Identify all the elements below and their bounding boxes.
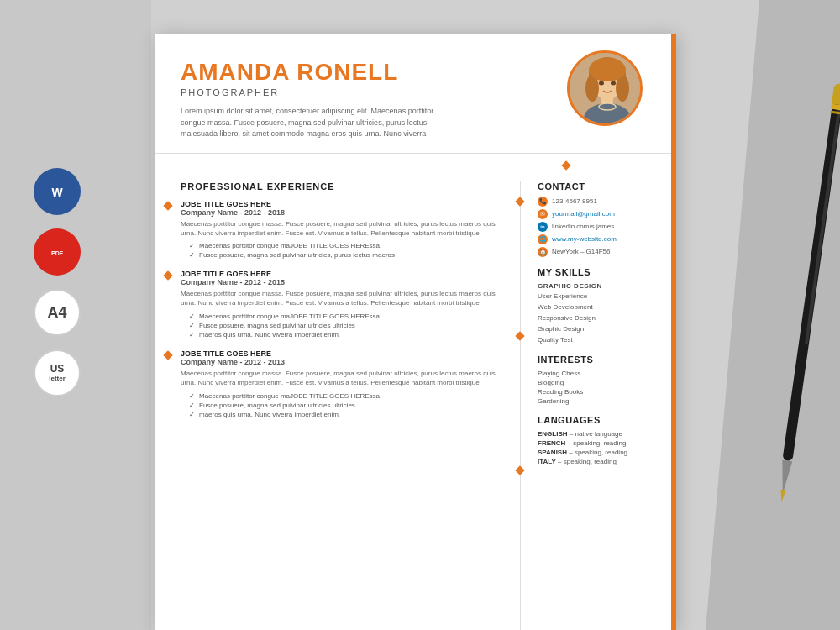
skill-1: User Experience xyxy=(538,291,659,301)
job-entry-3: JOBE TITLE GOES HERE Company Name - 2012… xyxy=(181,349,503,419)
lang-level-4-text: speaking, reading xyxy=(564,458,617,465)
job-bullets-1: Maecenas porttitor congue maJOBE TITLE G… xyxy=(181,241,503,260)
bullet-3-2: Fusce posuere, magna sed pulvinar ultric… xyxy=(189,401,503,410)
job-desc-3: Maecenas porttitor congue massa. Fusce p… xyxy=(181,369,503,387)
job-company-3: Company Name - 2012 - 2013 xyxy=(181,358,503,366)
lang-level-1-text: native language xyxy=(575,430,622,438)
contact-linkedin: in linkedin.com/s.james xyxy=(538,222,659,232)
interests-section: INTERESTS Playing Chess Blogging Reading… xyxy=(538,354,659,405)
contact-section-title: CONTACT xyxy=(538,181,659,192)
linkedin-icon: in xyxy=(538,222,548,232)
lang-name-4: ITALY xyxy=(538,458,556,465)
languages-section-title: LANGUAGES xyxy=(538,415,659,425)
svg-point-17 xyxy=(589,58,626,81)
skill-4: Graphic Design xyxy=(538,324,659,333)
email-text: yourmail@gmail.com xyxy=(552,210,615,218)
skill-3: Responsive Design xyxy=(538,313,659,323)
languages-section: LANGUAGES ENGLISH – native language FREN… xyxy=(538,415,659,465)
resume-body: PROFESSIONAL EXPERIENCE JOBE TITLE GOES … xyxy=(155,169,676,631)
phone-text: 123-4567 8951 xyxy=(552,197,597,205)
skills-section-title: MY SKILLS xyxy=(538,267,659,277)
job-bullets-2: Maecenas porttitor congue maJOBE TITLE G… xyxy=(181,312,503,340)
job-desc-1: Maecenas porttitor congue massa. Fusce p… xyxy=(181,219,503,238)
svg-rect-7 xyxy=(832,87,840,106)
interest-3: Reading Books xyxy=(538,388,659,396)
a4-icon[interactable]: A4 xyxy=(34,289,81,336)
job-company-1: Company Name - 2012 - 2018 xyxy=(181,208,503,217)
divider-dot xyxy=(561,160,570,170)
location-text: NewYork – G14F56 xyxy=(552,248,611,255)
column-divider xyxy=(520,181,521,631)
pdf-icon[interactable]: PDF xyxy=(34,228,81,276)
job-bullets-3: Maecenas porttitor congue maJOBE TITLE G… xyxy=(181,391,503,420)
col-divider-dot-3 xyxy=(515,465,524,475)
bullet-1-2: Fusce posuere, magna sed pulvinar ultric… xyxy=(189,250,503,260)
bullet-3-1: Maecenas porttitor congue maJOBE TITLE G… xyxy=(189,391,503,401)
top-skill: GRAPHIC DESIGN xyxy=(538,282,659,290)
bullet-2-3: maeros quis urna. Nunc viverra imperdiet… xyxy=(189,330,503,339)
lang-level-3: – xyxy=(569,449,575,456)
resume-paper: AMANDA RONELL PHOTOGRAPHER Lorem ipsum d… xyxy=(155,34,676,630)
lang-level-3-text: speaking, reading xyxy=(575,449,627,456)
bullet-1-1: Maecenas porttitor congue maJOBE TITLE G… xyxy=(189,241,503,250)
job-desc-2: Maecenas porttitor congue massa. Fusce p… xyxy=(181,289,503,307)
lang-4: ITALY – speaking, reading xyxy=(538,458,659,465)
lang-level-4: – xyxy=(558,458,564,465)
word-icon[interactable]: W xyxy=(34,168,81,215)
lang-1: ENGLISH – native language xyxy=(538,430,659,438)
experience-section-title: PROFESSIONAL EXPERIENCE xyxy=(181,181,503,192)
candidate-bio: Lorem ipsum dolor sit amet, consectetuer… xyxy=(181,106,449,140)
bullet-2-2: Fusce posuere, magna sed pulvinar ultric… xyxy=(189,321,503,330)
side-icons: W PDF A4 US letter xyxy=(34,168,81,396)
us-letter-icon[interactable]: US letter xyxy=(34,349,81,396)
svg-text:PDF: PDF xyxy=(51,250,64,256)
contact-section: CONTACT 📞 123-4567 8951 ✉ yourmail@gmail… xyxy=(538,181,659,257)
job-dot-2 xyxy=(163,271,172,281)
skill-5: Quality Test xyxy=(538,335,659,344)
contact-email: ✉ yourmail@gmail.com xyxy=(538,209,659,219)
svg-text:W: W xyxy=(51,186,63,199)
lang-3: SPANISH – speaking, reading xyxy=(538,449,659,456)
email-icon: ✉ xyxy=(538,209,548,219)
job-company-2: Company Name - 2012 - 2015 xyxy=(181,278,503,286)
interest-2: Blogging xyxy=(538,379,659,386)
job-dot-3 xyxy=(163,351,172,360)
job-entry-1: JOBE TITLE GOES HERE Company Name - 2012… xyxy=(181,200,503,260)
lang-name-2: FRENCH xyxy=(538,439,565,447)
contact-website: 🌐 www.my-website.com xyxy=(538,234,659,244)
svg-marker-8 xyxy=(778,460,792,495)
phone-icon: 📞 xyxy=(538,197,548,207)
candidate-photo xyxy=(567,50,643,126)
job-dot-1 xyxy=(163,201,172,210)
linkedin-text: linkedin.com/s.james xyxy=(552,223,614,230)
job-title-3: JOBE TITLE GOES HERE xyxy=(181,349,503,358)
interest-1: Playing Chess xyxy=(538,370,659,377)
interests-section-title: INTERESTS xyxy=(538,354,659,365)
lang-name-3: SPANISH xyxy=(538,449,567,456)
interest-4: Gardening xyxy=(538,397,659,405)
website-icon: 🌐 xyxy=(538,234,548,244)
lang-name-1: ENGLISH xyxy=(538,430,568,438)
resume-header: AMANDA RONELL PHOTOGRAPHER Lorem ipsum d… xyxy=(155,34,676,154)
left-column: PROFESSIONAL EXPERIENCE JOBE TITLE GOES … xyxy=(155,181,516,631)
job-title-2: JOBE TITLE GOES HERE xyxy=(181,270,503,278)
skills-section: MY SKILLS GRAPHIC DESIGN User Experience… xyxy=(538,267,659,345)
bullet-2-1: Maecenas porttitor congue maJOBE TITLE G… xyxy=(189,312,503,321)
skill-2: Web Development xyxy=(538,302,659,312)
contact-phone: 📞 123-4567 8951 xyxy=(538,197,659,207)
website-text: www.my-website.com xyxy=(552,235,617,243)
svg-point-22 xyxy=(611,81,616,86)
svg-marker-9 xyxy=(779,490,785,503)
svg-point-21 xyxy=(599,81,604,86)
col-divider-dot-2 xyxy=(515,331,524,340)
lang-level-2-text: speaking, reading xyxy=(573,439,626,447)
col-divider-dot-1 xyxy=(515,197,524,206)
section-divider xyxy=(181,162,651,169)
job-title-1: JOBE TITLE GOES HERE xyxy=(181,200,503,208)
location-icon: 🏠 xyxy=(538,247,548,257)
contact-location: 🏠 NewYork – G14F56 xyxy=(538,247,659,257)
right-column: CONTACT 📞 123-4567 8951 ✉ yourmail@gmail… xyxy=(525,181,676,631)
lang-2: FRENCH – speaking, reading xyxy=(538,439,659,447)
bullet-3-3: maeros quis urna. Nunc viverra imperdiet… xyxy=(189,410,503,419)
job-entry-2: JOBE TITLE GOES HERE Company Name - 2012… xyxy=(181,270,503,339)
